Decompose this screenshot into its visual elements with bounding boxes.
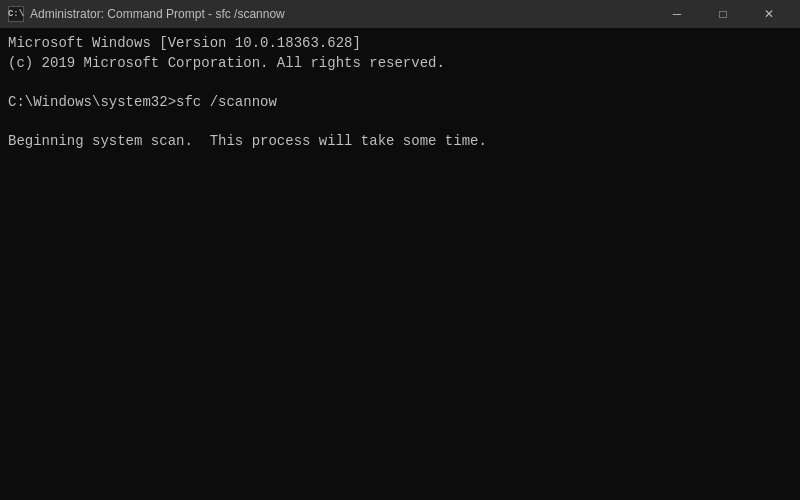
console-line-5	[8, 112, 792, 132]
close-button[interactable]: ✕	[746, 0, 792, 28]
title-bar-text: Administrator: Command Prompt - sfc /sca…	[30, 7, 654, 21]
console-line-2: (c) 2019 Microsoft Corporation. All righ…	[8, 54, 792, 74]
cmd-icon-text: C:\	[8, 9, 24, 19]
cmd-window: C:\ Administrator: Command Prompt - sfc …	[0, 0, 800, 500]
minimize-button[interactable]: ─	[654, 0, 700, 28]
title-bar-buttons: ─ □ ✕	[654, 0, 792, 28]
console-line-6: Beginning system scan. This process will…	[8, 132, 792, 152]
console-line-1: Microsoft Windows [Version 10.0.18363.62…	[8, 34, 792, 54]
console-line-3	[8, 73, 792, 93]
title-bar-icon: C:\	[8, 6, 24, 22]
maximize-button[interactable]: □	[700, 0, 746, 28]
console-output[interactable]: Microsoft Windows [Version 10.0.18363.62…	[0, 28, 800, 500]
title-bar: C:\ Administrator: Command Prompt - sfc …	[0, 0, 800, 28]
console-line-4: C:\Windows\system32>sfc /scannow	[8, 93, 792, 113]
